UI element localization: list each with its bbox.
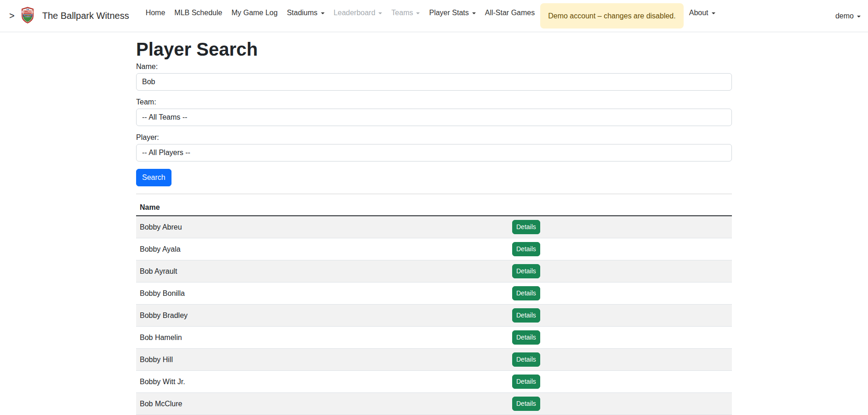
player-name-cell: Bobby Ayala [136,238,508,260]
brand-title[interactable]: The Ballpark Witness [42,11,129,21]
player-field-label: Player: [136,133,732,142]
table-row: Bobby AyalaDetails [136,238,732,260]
demo-banner: Demo account – changes are disabled. [540,3,684,29]
svg-text:THE: THE [26,8,29,10]
nav-link-player-stats[interactable]: Player Stats [424,9,480,17]
chevron-down-icon [472,12,476,14]
results-table: Name Bobby AbreuDetailsBobby AyalaDetail… [136,200,732,415]
actions-cell: Details [508,282,732,305]
search-button[interactable]: Search [136,169,171,186]
team-select[interactable]: -- All Teams -- [136,109,732,126]
chevron-down-icon [321,12,325,14]
details-button[interactable]: Details [512,352,540,367]
nav-link-label: Teams [391,9,413,17]
chevron-down-icon [378,12,382,14]
nav-link-label: All-Star Games [485,9,535,17]
table-row: Bobby HillDetails [136,349,732,371]
actions-cell: Details [508,216,732,238]
actions-cell: Details [508,371,732,393]
table-row: Bobby BradleyDetails [136,305,732,327]
nav-link-all-star-games[interactable]: All-Star Games [480,9,539,17]
nav-link-leaderboard: Leaderboard [329,9,387,17]
main-nav: HomeMLB ScheduleMy Game LogStadiumsLeade… [141,3,720,29]
nav-link-about-label: About [689,9,708,17]
nav-link-label: Leaderboard [334,9,376,17]
details-button[interactable]: Details [512,286,540,300]
nav-link-home[interactable]: Home [141,9,170,17]
details-button[interactable]: Details [512,264,540,278]
nav-link-teams: Teams [387,9,424,17]
player-name-cell: Bob Ayrault [136,260,508,282]
details-button[interactable]: Details [512,308,540,323]
svg-text:BALLPARK: BALLPARK [22,11,34,13]
actions-cell: Details [508,327,732,349]
app-logo[interactable]: BALLPARK WITNESS THE [21,6,34,26]
actions-cell: Details [508,260,732,282]
details-button[interactable]: Details [512,375,540,389]
actions-cell: Details [508,305,732,327]
nav-link-my-game-log[interactable]: My Game Log [227,9,282,17]
app-logo-icon: BALLPARK WITNESS THE [21,6,34,26]
svg-text:WITNESS: WITNESS [23,15,32,17]
team-field-label: Team: [136,98,732,106]
table-row: Bob HamelinDetails [136,327,732,349]
table-row: Bob AyraultDetails [136,260,732,282]
nav-link-label: MLB Schedule [174,9,222,17]
table-row: Bobby BonillaDetails [136,282,732,305]
nav-link-label: Player Stats [429,9,468,17]
sidebar-toggle-button[interactable]: > [6,11,18,21]
main-content: Player Search Name: Team: -- All Teams -… [136,32,732,415]
table-row: Bob McClureDetails [136,393,732,415]
details-button[interactable]: Details [512,397,540,411]
table-row: Bobby AbreuDetails [136,216,732,238]
player-name-cell: Bobby Witt Jr. [136,371,508,393]
navbar: > BALLPARK WITNESS THE The Ballpark Witn… [0,0,868,32]
actions-cell: Details [508,349,732,371]
nav-link-label: Stadiums [287,9,318,17]
actions-cell: Details [508,238,732,260]
nav-link-label: My Game Log [231,9,277,17]
details-button[interactable]: Details [512,242,540,256]
user-menu-label: demo [835,12,854,20]
chevron-down-icon [416,12,420,14]
player-name-cell: Bobby Abreu [136,216,508,238]
nav-link-about[interactable]: About [685,9,720,17]
page-title: Player Search [136,39,732,60]
user-menu[interactable]: demo [831,12,862,20]
name-input[interactable] [136,73,732,91]
results-header-name: Name [136,200,508,216]
details-button[interactable]: Details [512,220,540,234]
player-name-cell: Bobby Bradley [136,305,508,327]
nav-link-label: Home [146,9,166,17]
nav-link-mlb-schedule[interactable]: MLB Schedule [170,9,227,17]
results-header-actions [508,200,732,216]
details-button[interactable]: Details [512,330,540,345]
player-name-cell: Bob McClure [136,393,508,415]
chevron-down-icon [857,16,861,17]
section-divider [136,194,732,194]
name-field-label: Name: [136,63,732,71]
player-select[interactable]: -- All Players -- [136,144,732,161]
table-row: Bobby Witt Jr.Details [136,371,732,393]
player-name-cell: Bob Hamelin [136,327,508,349]
chevron-down-icon [712,12,715,14]
player-name-cell: Bobby Hill [136,349,508,371]
player-name-cell: Bobby Bonilla [136,282,508,305]
nav-link-stadiums[interactable]: Stadiums [282,9,329,17]
actions-cell: Details [508,393,732,415]
